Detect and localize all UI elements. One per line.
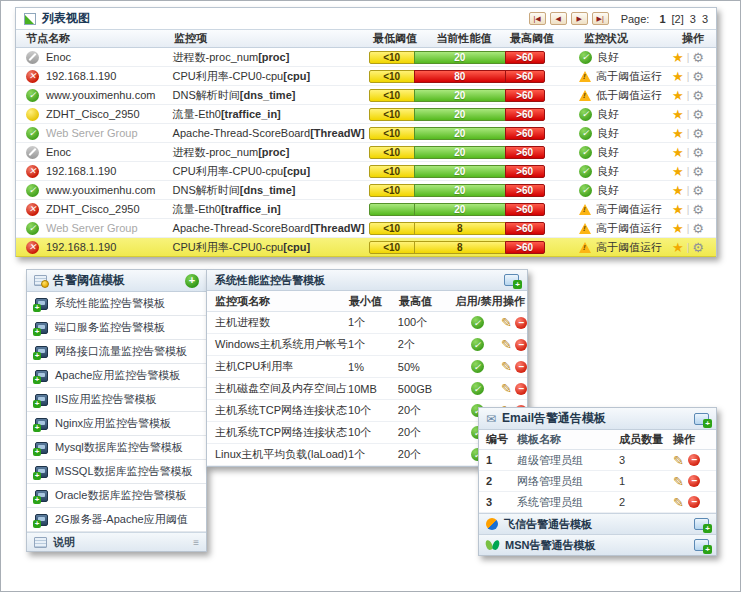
settings-gear-icon[interactable]: ⚙ [692,145,704,160]
settings-gear-icon[interactable]: ⚙ [692,221,704,236]
table-row[interactable]: ✓Web Server GroupApache-Thread-ScoreBoar… [16,124,716,143]
page-number[interactable]: 1 [659,13,665,25]
settings-gear-icon[interactable]: ⚙ [692,164,704,179]
favorite-star-icon[interactable]: ★ [672,145,684,160]
delete-icon[interactable]: − [688,454,700,466]
favorite-star-icon[interactable]: ★ [672,221,684,236]
monitor-item: DNS解析时间[dns_time] [173,183,369,198]
status-text: 高于阈值运行 [596,240,662,255]
template-item[interactable]: 网络接口流量监控告警模板 [27,340,206,364]
next-page-button[interactable]: ▶ [571,12,588,25]
table-row[interactable]: ✕192.168.1.190CPU利用率-CPU0-cpu[cpu]<1020>… [16,162,716,181]
template-item[interactable]: MSSQL数据库监控告警模板 [27,460,206,484]
add-fetion-template-icon[interactable] [694,518,709,530]
msn-template-bar[interactable]: MSN告警通告模板 [479,534,716,555]
enabled-icon[interactable]: ✓ [471,360,484,373]
alert-template-icon [34,275,47,286]
edit-pencil-icon[interactable]: ✎ [673,453,684,468]
edit-pencil-icon[interactable]: ✎ [501,337,512,352]
separator: | [687,147,690,158]
error-status-icon: ✕ [26,70,39,83]
edit-pencil-icon[interactable]: ✎ [673,474,684,489]
delete-icon[interactable]: − [515,383,527,395]
error-status-icon: ✕ [26,165,39,178]
add-template-button[interactable]: + [185,274,199,288]
settings-gear-icon[interactable]: ⚙ [692,240,704,255]
threshold-bar: <1020>60 [369,165,545,178]
template-item[interactable]: 2G服务器-Apache应用阈值 [27,508,206,532]
template-item[interactable]: 系统性能监控告警模板 [27,292,206,316]
favorite-star-icon[interactable]: ★ [672,107,684,122]
template-item[interactable]: 端口服务监控告警模板 [27,316,206,340]
settings-gear-icon[interactable]: ⚙ [692,50,704,65]
notes-footer[interactable]: 说明 ≡ [27,532,206,551]
settings-gear-icon[interactable]: ⚙ [692,183,704,198]
edit-pencil-icon[interactable]: ✎ [501,315,512,330]
page-number[interactable]: 3 [690,13,696,25]
table-row[interactable]: ✓www.youximenhu.comDNS解析时间[dns_time]<102… [16,86,716,105]
table-row[interactable]: Enoc进程数-proc_num[proc]<1020>60✓良好★|⚙ [16,143,716,162]
enabled-icon[interactable]: ✓ [471,316,484,329]
favorite-star-icon[interactable]: ★ [672,164,684,179]
template-item[interactable]: Apache应用监控告警模板 [27,364,206,388]
node-cell: ✕192.168.1.190 [16,165,173,178]
table-row[interactable]: ✕192.168.1.190CPU利用率-CPU0-cpu[cpu]<108>6… [16,238,716,257]
separator: | [687,128,690,139]
fetion-template-title: 飞信告警通告模板 [504,517,592,532]
template-item[interactable]: Mysql数据库监控告警模板 [27,436,206,460]
enabled-icon[interactable]: ✓ [471,382,484,395]
delete-icon[interactable]: − [515,339,527,351]
add-email-template-icon[interactable] [694,413,709,425]
delete-icon[interactable]: − [515,361,527,373]
email-template-header[interactable]: ✉ Email告警通告模板 [479,408,716,430]
prev-page-button[interactable]: ◀ [550,12,567,25]
table-row[interactable]: Enoc进程数-proc_num[proc]<1020>60✓良好★|⚙ [16,48,716,67]
perf-enabled-cell: ✓ [453,338,501,351]
table-row[interactable]: ZDHT_Cisco_2950流量-Eth0[traffice_in]<1020… [16,105,716,124]
status-cell: 高于阈值运行 [545,202,672,217]
settings-gear-icon[interactable]: ⚙ [692,69,704,84]
email-template-title: Email告警通告模板 [502,410,606,427]
table-row[interactable]: ✓www.youximenhu.comDNS解析时间[dns_time]<102… [16,181,716,200]
template-item[interactable]: Oracle数据库监控告警模板 [27,484,206,508]
fetion-template-bar[interactable]: 飞信告警通告模板 [479,513,716,534]
favorite-star-icon[interactable]: ★ [672,69,684,84]
favorite-star-icon[interactable]: ★ [672,126,684,141]
edit-pencil-icon[interactable]: ✎ [501,381,512,396]
page-number[interactable]: [2] [672,13,684,25]
last-page-button[interactable]: ▶| [592,12,609,25]
node-name: www.youximenhu.com [46,89,155,101]
favorite-star-icon[interactable]: ★ [672,88,684,103]
perf-item-name: Windows主机系统用户帐号总数 [207,337,348,352]
table-row[interactable]: ✓Web Server GroupApache-Thread-ScoreBoar… [16,219,716,238]
node-cell: Enoc [16,51,173,64]
row-actions: ★|⚙ [672,202,716,217]
col-email-operations: 操作 [663,432,716,447]
add-msn-template-icon[interactable] [694,539,709,551]
paused-status-icon [26,51,39,64]
settings-gear-icon[interactable]: ⚙ [692,88,704,103]
delete-icon[interactable]: − [688,475,700,487]
favorite-star-icon[interactable]: ★ [672,183,684,198]
settings-gear-icon[interactable]: ⚙ [692,107,704,122]
enabled-icon[interactable]: ✓ [471,338,484,351]
table-row[interactable]: ✕ZDHT_Cisco_2950流量-Eth0[traffice_in]20>6… [16,200,716,219]
template-item[interactable]: IIS应用监控告警模板 [27,388,206,412]
favorite-star-icon[interactable]: ★ [672,202,684,217]
settings-gear-icon[interactable]: ⚙ [692,202,704,217]
perf-item-name: 主机系统TCP网络连接状态 [207,403,348,418]
template-item[interactable]: Nginx应用监控告警模板 [27,412,206,436]
edit-pencil-icon[interactable]: ✎ [673,495,684,510]
delete-icon[interactable]: − [688,496,700,508]
ball-status-icon [26,108,39,121]
delete-icon[interactable]: − [515,317,527,329]
favorite-star-icon[interactable]: ★ [672,50,684,65]
settings-gear-icon[interactable]: ⚙ [692,126,704,141]
favorite-star-icon[interactable]: ★ [672,240,684,255]
page-number[interactable]: 3 [702,13,708,25]
first-page-button[interactable]: |◀ [529,12,546,25]
add-monitor-icon[interactable] [504,274,519,286]
perf-enabled-cell: ✓ [453,382,501,395]
edit-pencil-icon[interactable]: ✎ [501,359,512,374]
table-row[interactable]: ✕192.168.1.190CPU利用率-CPU0-cpu[cpu]<1080>… [16,67,716,86]
